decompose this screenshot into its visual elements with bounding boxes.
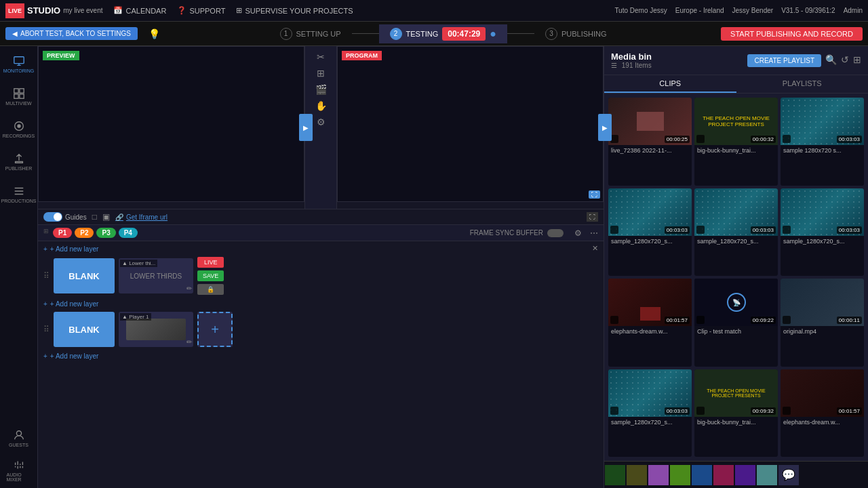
tool-cut-icon[interactable]: ✂	[317, 52, 325, 62]
start-publishing-button[interactable]: START PUBLISHING AND RECORD	[721, 27, 863, 41]
add-layer-1-button[interactable]: + + Add new layer	[43, 245, 598, 253]
add-layer-3-button[interactable]: + + Add new layer	[43, 352, 598, 360]
media-item[interactable]: 00:03:03 sample_1280x720_s...	[781, 188, 864, 277]
media-item[interactable]: 00:03:03 sample_1280x720_s...	[608, 188, 692, 277]
tab-clips[interactable]: CLIPS	[604, 75, 736, 93]
media-name: big-buck-bunny_trai...	[694, 145, 778, 156]
preview-nav-arrow[interactable]: ▶	[299, 114, 313, 141]
sidebar-item-monitoring[interactable]: MONITORING	[7, 52, 31, 76]
lower-thirds-tag: ▲ Lower thi...	[120, 260, 157, 267]
frame-sync-settings-icon[interactable]: ⚙	[574, 228, 582, 238]
media-item[interactable]: 00:03:03 sample_1280x720_s...	[694, 188, 778, 277]
layers-close-icon[interactable]: ✕	[592, 244, 598, 253]
media-name: sample_1280x720_s...	[608, 236, 692, 247]
media-duration: 00:03:03	[837, 226, 862, 234]
media-item[interactable]: 00:01:57 elephants-dream.w...	[781, 369, 864, 458]
back-to-settings-button[interactable]: ◀ ABORT TEST, BACK TO SETTINGS	[5, 27, 138, 40]
admin-label: Admin	[844, 7, 863, 14]
frame-sync-expand-icon[interactable]: ⋯	[590, 228, 598, 238]
media-item[interactable]: 00:01:57 elephants-dream.w...	[608, 279, 692, 367]
calendar-icon: 📅	[113, 6, 123, 15]
player-edit-icon[interactable]: ✏	[186, 338, 192, 346]
tool-grid-icon[interactable]: ⊞	[317, 68, 325, 79]
grid-view-icon[interactable]: ⊞	[853, 54, 861, 67]
media-duration: 00:01:57	[837, 407, 862, 415]
fullscreen-button[interactable]: ⛶	[587, 212, 598, 222]
layer1-lock-button[interactable]: 🔒	[197, 284, 224, 295]
refresh-icon[interactable]: ↺	[841, 54, 849, 67]
step-1: 1 SETTING UP	[269, 25, 352, 43]
player-layer-card[interactable]: ▲ Player 1 ✏	[119, 312, 193, 347]
sidebar-item-productions[interactable]: PRODUCTIONS	[7, 182, 31, 206]
bus-p2-button[interactable]: P2	[75, 228, 94, 238]
media-item[interactable]: 00:03:03 sample_1280x720_s...	[608, 369, 692, 458]
frame-sync-toggle[interactable]	[547, 229, 564, 237]
media-item[interactable]: THE PEACH OPEN MOVIE PROJECT PRESENTS 00…	[694, 98, 778, 186]
sidebar-item-recordings[interactable]: RECORDINGS	[7, 117, 31, 141]
filmstrip-item	[692, 465, 712, 485]
layer1-live-button[interactable]: LIVE	[197, 257, 224, 268]
media-duration: 00:03:03	[665, 226, 690, 234]
player-preview	[126, 319, 186, 340]
nav-support[interactable]: ❓ SUPPORT	[177, 6, 225, 15]
blank-layer-card-2[interactable]: BLANK	[54, 312, 115, 347]
monitor-icon[interactable]: ▣	[102, 212, 110, 222]
bus-p4-button[interactable]: P4	[119, 228, 138, 238]
blank-layer-card-1[interactable]: BLANK	[54, 258, 115, 293]
tab-playlists[interactable]: PLAYLISTS	[736, 75, 869, 93]
nav-supervise[interactable]: ⊞ SUPERVISE YOUR PROJECTS	[236, 6, 353, 15]
get-iframe-link[interactable]: 🔗 Get Iframe url	[115, 214, 167, 221]
drag-handle-2-icon[interactable]: ⠿	[43, 325, 50, 334]
media-name: sample_1280x720_s...	[781, 236, 864, 247]
drag-handle-icon[interactable]: ⠿	[43, 271, 50, 281]
add-layer-2-plus-icon: +	[43, 300, 47, 308]
add-source-button[interactable]: +	[197, 312, 233, 347]
media-check	[783, 226, 791, 234]
program-nav-arrow[interactable]: ▶	[598, 114, 612, 141]
tool-hand-icon[interactable]: ✋	[315, 100, 327, 111]
lower-thirds-edit-icon[interactable]: ✏	[186, 285, 192, 292]
media-item[interactable]: 00:00:11 original.mp4	[781, 279, 864, 367]
guides-toggle-switch[interactable]	[43, 212, 62, 222]
sidebar-item-publisher[interactable]: PUBLISHER	[7, 149, 31, 174]
filmstrip-items: 💬	[604, 463, 800, 487]
media-item[interactable]: THE PEACH OPEN MOVIE PROJECT PRESENTS 00…	[694, 369, 778, 458]
search-icon[interactable]: 🔍	[825, 54, 837, 67]
guides-toggle[interactable]: Guides	[43, 212, 87, 222]
add-layer-2-button[interactable]: + + Add new layer	[43, 300, 598, 308]
media-check	[783, 316, 791, 324]
svg-rect-3	[14, 94, 18, 98]
lower-thirds-layer-card[interactable]: LOWER THIRDS ▲ Lower thi... ✏	[119, 258, 193, 293]
sidebar-item-audio-mixer[interactable]: AUDIO MIXER	[7, 458, 31, 483]
media-item[interactable]: 00:00:25 live_72386 2022-11-...	[608, 98, 692, 186]
media-item[interactable]: 📡 00:09:22 Clip - test match	[694, 279, 778, 367]
sidebar-item-multiview[interactable]: MULTIVIEW	[7, 84, 31, 108]
media-name: big-buck-bunny_trai...	[694, 417, 778, 428]
svg-point-6	[17, 124, 20, 127]
media-duration: 00:00:25	[665, 136, 690, 143]
media-item[interactable]: 00:03:03 sample 868x488 s...	[781, 98, 864, 186]
sidebar-item-guests[interactable]: GUESTS	[7, 426, 31, 450]
recordings-icon	[13, 120, 25, 132]
player-tag: ▲ Player 1	[120, 313, 151, 321]
filmstrip-item	[757, 465, 777, 485]
media-grid: 00:00:25 live_72386 2022-11-... THE PEAC…	[604, 94, 868, 461]
preview-small-icon[interactable]: □	[92, 212, 97, 222]
fullscreen-icon[interactable]: ⛶	[589, 190, 600, 199]
program-screen	[338, 47, 603, 201]
nav-calendar[interactable]: 📅 CALENDAR	[113, 6, 166, 15]
create-playlist-button[interactable]: CREATE PLAYLIST	[747, 54, 821, 67]
tool-settings-icon[interactable]: ⚙	[317, 117, 326, 127]
media-bin-title-area: Media bin ☰ 191 Items	[611, 52, 652, 69]
bus-p1-button[interactable]: P1	[53, 228, 72, 238]
media-check	[610, 316, 618, 324]
region-label[interactable]: Europe - Ireland	[675, 7, 724, 14]
workspace-label[interactable]: Tuto Demo Jessy	[614, 7, 667, 14]
items-count: ☰ 191 Items	[611, 62, 652, 69]
layer1-save-button[interactable]: SAVE	[197, 270, 224, 281]
bus-p3-button[interactable]: P3	[96, 228, 115, 238]
tool-media-icon[interactable]: 🎬	[315, 84, 327, 95]
svg-rect-2	[19, 88, 23, 92]
center-area: PREVIEW ▶ ✂ ⊞ 🎬 ✋ ⚙ PROGRAM ⛶	[38, 46, 604, 488]
program-monitor: PROGRAM ⛶	[337, 46, 604, 202]
